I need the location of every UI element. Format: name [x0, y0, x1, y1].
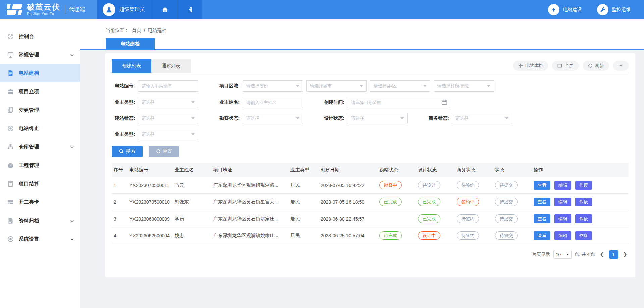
date-range-picker[interactable]: [347, 97, 450, 108]
view-button[interactable]: 查看: [534, 214, 550, 223]
table-row: 4 YX2023062500004 姚忠 广东深圳龙华区观澜镇姚家庄... 居民…: [112, 227, 629, 244]
chevron-down-icon: [296, 117, 299, 119]
owner-type-select[interactable]: 请选择: [138, 97, 198, 108]
sitemap-icon: [7, 144, 14, 150]
owner-type-2-select[interactable]: 请选择: [138, 129, 198, 140]
user-name: 超级管理员: [119, 6, 145, 13]
create-station-button[interactable]: 电站建档: [513, 61, 548, 71]
page-tab-station-archive[interactable]: 电站建档: [106, 38, 155, 49]
portal-name: 代理端: [69, 6, 85, 13]
sidebar-item-label: 工程管理: [19, 162, 39, 169]
void-button[interactable]: 作废: [575, 214, 592, 223]
sidebar-item-change-management[interactable]: 变更管理: [0, 101, 80, 119]
sidebar-item-station-termination[interactable]: 电站终止: [0, 119, 80, 138]
city-select[interactable]: 请选择城市: [306, 80, 367, 92]
sidebar-item-project-initiation[interactable]: 项目立项: [0, 82, 80, 101]
col-address: 项目地址: [211, 163, 288, 177]
filter-owner-type: 业主类型: 请选择: [112, 97, 198, 108]
county-select[interactable]: 请选择县/区: [370, 80, 430, 92]
sidebar-item-general[interactable]: 常规管理: [0, 46, 80, 64]
date-range-input[interactable]: [347, 97, 450, 108]
fullscreen-button[interactable]: 全屏: [552, 61, 579, 71]
cell-station-no: YX2023070500010: [127, 194, 173, 210]
settings-icon: [7, 236, 14, 242]
village-select[interactable]: 请选择村镇/街道: [434, 80, 494, 92]
tab-passed-list[interactable]: 通过列表: [151, 59, 191, 73]
status-badge: 签约中: [457, 198, 479, 206]
edit-button[interactable]: 编辑: [554, 231, 571, 240]
cell-station-no: YX2023063000009: [127, 210, 173, 227]
chevron-down-icon: [70, 219, 74, 223]
search-button[interactable]: 搜索: [112, 146, 143, 157]
list-panel: 创建列表 通过列表 电站建档 全屏 刷新: [105, 53, 635, 277]
edit-button[interactable]: 编辑: [554, 181, 571, 190]
prev-page-button[interactable]: ❮: [598, 252, 605, 257]
cell-ops: 查看 编辑 作废: [532, 194, 629, 210]
view-button[interactable]: 查看: [534, 198, 550, 206]
brand-name: 破茧云伏 Po Jian Yun Fu: [27, 3, 60, 16]
owner-name-input[interactable]: [243, 97, 303, 108]
sidebar-item-station-archive[interactable]: 电站建档: [0, 64, 80, 82]
logout-button[interactable]: [177, 0, 202, 19]
view-button[interactable]: 查看: [534, 181, 550, 190]
status-badge: 勘察中: [379, 181, 402, 190]
collapse-button[interactable]: [613, 61, 629, 71]
cell-design-status: 已完成: [416, 194, 454, 210]
sidebar-item-engineering[interactable]: 工程管理: [0, 156, 80, 175]
per-page-select[interactable]: 10: [553, 250, 572, 259]
design-status-select[interactable]: 请选择: [347, 113, 408, 124]
table-row: 3 YX2023063000009 学员 广东深圳龙华区黄石镇姚家庄... 居民…: [112, 210, 629, 227]
cell-survey-status: 已完成: [377, 194, 416, 210]
void-button[interactable]: 作废: [575, 181, 592, 190]
col-survey: 勘察状态: [377, 163, 416, 177]
quick-link-monitor[interactable]: 监控运维: [597, 4, 631, 15]
reset-button[interactable]: 重置: [149, 146, 179, 157]
quick-link-build[interactable]: 电站建设: [548, 4, 582, 15]
panel-toolbar: 电站建档 全屏 刷新: [513, 61, 629, 71]
sidebar-item-warehouse[interactable]: 仓库管理: [0, 138, 80, 156]
filter-row-2: 业主类型: 请选择 业主姓名: 创建时间:: [112, 97, 629, 108]
sidebar-item-label: 项目立项: [19, 88, 39, 95]
edit-button[interactable]: 编辑: [554, 214, 571, 223]
cell-created: 2023-07-05 16:18:50: [319, 194, 377, 210]
tab-create-list[interactable]: 创建列表: [112, 59, 151, 73]
filter-station-no: 电站编号:: [112, 80, 198, 92]
user-profile[interactable]: 超级管理员: [97, 0, 153, 19]
cell-owner: 刘强东: [173, 194, 211, 210]
view-button[interactable]: 查看: [534, 231, 550, 240]
cell-design-status: 待设计: [416, 177, 454, 194]
col-created: 创建日期: [319, 163, 377, 177]
sidebar-item-settlement[interactable]: 项目结算: [0, 175, 80, 193]
sidebar-item-system-settings[interactable]: 系统设置: [0, 230, 80, 248]
province-select[interactable]: 请选择省份: [243, 80, 303, 92]
void-button[interactable]: 作废: [575, 198, 592, 206]
status-badge: 已完成: [379, 198, 402, 206]
build-status-select[interactable]: 请选择: [138, 113, 198, 124]
business-status-select[interactable]: 请选择: [452, 113, 512, 124]
wrench-icon: [597, 4, 608, 15]
status-badge: 已完成: [379, 231, 402, 240]
chevron-down-icon: [487, 85, 490, 87]
filter-survey-status: 勘察状态: 请选择: [216, 113, 303, 124]
filter-label: 电站编号:: [112, 83, 135, 89]
cell-business-status: 待签约: [454, 177, 493, 194]
edit-button[interactable]: 编辑: [554, 198, 571, 206]
survey-status-select[interactable]: 请选择: [243, 113, 303, 124]
cell-address: 广东深圳龙华区观澜镇姚家庄...: [211, 227, 288, 244]
cell-survey-status: 勘察中: [377, 177, 416, 194]
cell-created: 2023-07-05 16:42:22: [319, 177, 377, 194]
station-no-input[interactable]: [138, 80, 198, 92]
sidebar-item-card-opening[interactable]: 开二类卡: [0, 193, 80, 211]
sidebar-item-data-archive[interactable]: 资料归档: [0, 211, 80, 230]
breadcrumb-home[interactable]: 首页: [132, 27, 141, 33]
chevron-down-icon: [70, 53, 74, 57]
home-button[interactable]: [153, 0, 177, 19]
sidebar-item-dashboard[interactable]: 控制台: [0, 27, 80, 46]
chevron-down-icon: [400, 117, 404, 119]
status-badge: 已完成: [418, 214, 440, 223]
next-page-button[interactable]: ❯: [622, 252, 629, 257]
page-1-button[interactable]: 1: [609, 250, 618, 259]
refresh-button[interactable]: 刷新: [583, 61, 609, 71]
void-button[interactable]: 作废: [575, 231, 592, 240]
filter-owner-type-2: 业主类型: 请选择: [112, 129, 198, 140]
